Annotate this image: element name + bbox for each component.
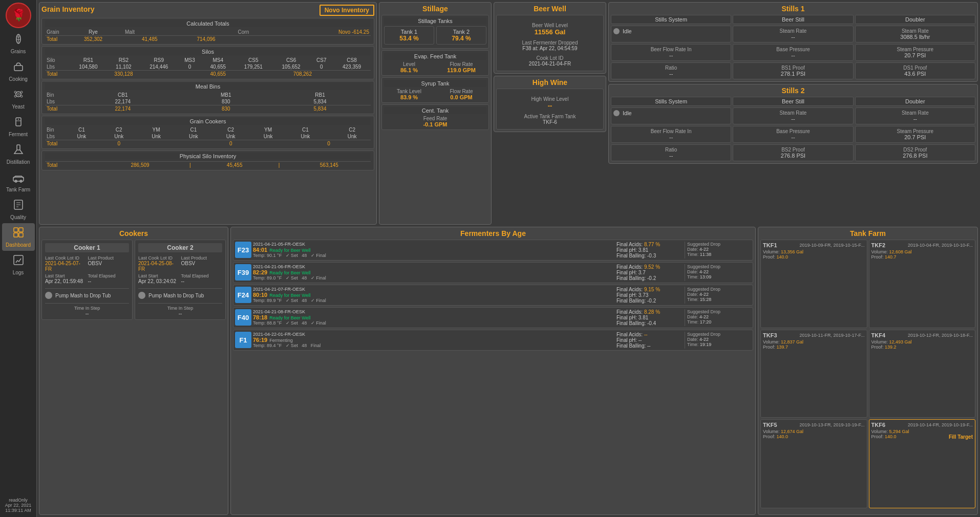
novo-inventory-button[interactable]: Novo Inventory <box>319 5 374 16</box>
c1-total-elapsed-label: Total Elapsed <box>88 273 130 278</box>
svg-text:🌹: 🌹 <box>11 8 26 22</box>
bw-cook-val: 2021-04-21-04-FR <box>501 61 599 67</box>
s2-base-press-label: Base Pressure <box>735 128 850 134</box>
c2-last-cook-val: 2021-04-25-08-FR <box>138 261 180 272</box>
f23-status: Ready for Beer Well <box>269 248 310 253</box>
tkf1-proof: Proof: 140.0 <box>763 254 865 260</box>
gc-unk7: Unk <box>287 133 324 140</box>
bins-total-3: 5,834 <box>269 105 371 113</box>
sidebar-item-dashboard[interactable]: Dashboard <box>2 223 35 251</box>
s1-steam-rate-d-cell: Steam Rate 3088.5 lb/hr <box>855 26 975 42</box>
s2-ratio-val: -- <box>613 153 729 159</box>
f1-time-label: Time: 19:19 <box>687 342 751 347</box>
f39-drop-label: Suggested Drop <box>687 264 751 269</box>
f23-acids: Final Acids: 8.77 % <box>616 242 683 247</box>
tkf2-vol: Volume: 12,608 Gal <box>871 249 973 254</box>
sidebar-item-distillation[interactable]: Distillation <box>2 140 35 168</box>
stills1-title: Stills 1 <box>611 5 975 13</box>
gc-unk4: Unk <box>175 133 212 140</box>
sidebar-item-tankfarm[interactable]: Tank Farm <box>2 168 35 196</box>
s1-steam-rate-val: -- <box>735 34 850 40</box>
hw-level-label: High Wine Level <box>501 96 599 102</box>
cs8-lbs: 423,359 <box>333 63 371 71</box>
s2-steam-rate-d-cell: Steam Rate -- <box>855 107 975 124</box>
cookers-panel: Cookers Cooker 1 Last Cook Lot ID 2021-0… <box>39 227 228 515</box>
s2-system-header: Stills System <box>611 97 731 106</box>
s1-beer-flow-val: -- <box>613 52 729 58</box>
silos-total-4: 708,262 <box>235 71 371 78</box>
cooker2-title: Cooker 2 <box>138 243 222 252</box>
f39-drop-date-label: Date: 4-22 <box>687 269 751 274</box>
bw-level-val: 11556 Gal <box>501 28 599 36</box>
cooker-row: Cooker 1 Last Cook Lot ID 2021-04-25-07-… <box>41 240 226 320</box>
stillage-tank1: Tank 1 53.4 % <box>384 26 434 45</box>
f24-age-row: 80:10 Ready for Beer Well <box>253 292 615 298</box>
silo-rs1: RS1 <box>70 57 108 63</box>
stillage-tanks-section: Stillage Tanks Tank 1 53.4 % Tank 2 79.4… <box>381 15 489 49</box>
s2-bs2-proof-label: BS2 Proof <box>735 147 850 153</box>
gc-total-2: 0 <box>175 140 286 147</box>
sidebar-item-quality[interactable]: Quality <box>2 196 35 223</box>
tankfarm-label: Tank Farm <box>6 187 30 192</box>
stillage-tank-row: Tank 1 53.4 % Tank 2 79.4 % <box>384 26 486 45</box>
f39-drop: Suggested Drop Date: 4-22 Time: 13:09 <box>685 264 751 281</box>
grains-label: Grains <box>11 49 26 54</box>
stillage-tanks-title: Stillage Tanks <box>384 17 486 25</box>
f23-ph: Final pH: 3.81 <box>616 247 683 253</box>
f39-age-row: 82:29 Ready for Beer Well <box>253 269 615 275</box>
s1-steam-rate-label: Steam Rate <box>735 28 850 34</box>
sidebar-item-cooking[interactable]: Cooking <box>2 57 35 85</box>
f1-drop: Suggested Drop Date: 4-22 Time: 19:19 <box>685 332 751 349</box>
f24-status: Ready for Beer Well <box>269 293 310 298</box>
cent-feed-val: -0.1 GPM <box>384 121 486 127</box>
tkf1-vol: Volume: 13,356 Gal <box>763 249 865 254</box>
c2-pump-dot <box>138 292 145 299</box>
f40-time-label: Time: 17:20 <box>687 319 751 325</box>
f40-badge: F40 <box>235 309 251 326</box>
svg-rect-28 <box>14 233 18 237</box>
tkf3-proof: Proof: 139.7 <box>763 344 865 350</box>
f1-main: 2021-04-22-01-FR-OESK 76:19 Fermenting T… <box>253 332 615 349</box>
s2-ds2-proof-cell: DS2 Proof 276.8 PSI <box>855 144 975 161</box>
dashboard-icon <box>12 226 25 241</box>
f40-ph: Final pH: 3.81 <box>616 315 683 320</box>
malt-val <box>176 29 236 36</box>
sidebar-item-grains[interactable]: Grains <box>2 30 35 57</box>
sidebar-item-yeast[interactable]: Yeast <box>2 85 35 113</box>
s1-ds1-proof-val: 43.6 PSI <box>858 71 973 77</box>
syrup-flow-label: Flow Rate <box>436 89 486 94</box>
tkf5-item: TKF5 2019-10-13-FR, 2019-10-19-F... Volu… <box>760 419 867 508</box>
c2-last-product-val: OBSV <box>181 261 223 266</box>
meal-bins-title: Meal Bins <box>45 83 371 90</box>
c2-last-start-val: Apr 22, 03:24:02 <box>138 278 180 284</box>
gc-yma: YM <box>138 126 175 133</box>
sidebar-item-logs[interactable]: Logs <box>2 251 35 278</box>
f24-main: 2021-04-21-07-FR-OESK 80:10 Ready for Be… <box>253 287 615 304</box>
f39-date: 2021-04-21-06-FR-OESK <box>253 264 615 269</box>
tkf1-header: TKF1 2019-10-09-FR, 2019-10-15-F... <box>763 242 865 248</box>
tank-farm-panel: Tank Farm TKF1 2019-10-09-FR, 2019-10-15… <box>758 227 978 515</box>
c1-last-product-cell: Last Product OBSV <box>88 255 130 272</box>
silo-rs9: RS9 <box>140 57 178 63</box>
sidebar-item-ferment[interactable]: Ferment <box>2 113 35 140</box>
f1-age-row: 76:19 Fermenting <box>253 337 615 343</box>
bins-total-1: 22,174 <box>63 105 183 113</box>
ms4-lbs: 40,655 <box>202 63 235 71</box>
evap-flow-val: 119.0 GPM <box>436 67 486 73</box>
rs9-lbs: 214,446 <box>140 63 178 71</box>
c2-total-elapsed-label: Total Elapsed <box>181 273 223 278</box>
rs2-lbs: 11,102 <box>107 63 140 71</box>
total-corn: 714,096 <box>176 36 236 43</box>
s1-ratio-val: -- <box>613 71 729 77</box>
evap-flow-cell: Flow Rate 119.0 GPM <box>436 61 486 73</box>
gc-total-1: 0 <box>63 140 175 147</box>
silos-total-label: Total <box>45 71 70 78</box>
svg-rect-30 <box>14 255 23 265</box>
meal-bins-table: Bin CB1 MB1 RB1 Lbs 22,174 830 5,834 <box>45 92 371 112</box>
f40-drop-date-label: Date: 4-22 <box>687 314 751 319</box>
evap-level-cell: Level 86.1 % <box>384 61 434 73</box>
rb1-lbs: 5,834 <box>269 98 371 105</box>
cb1-label: CB1 <box>63 92 183 98</box>
grain-cookers-section: Grain Cookers Bin C1 C2 YM C1 C2 YM C1 <box>41 116 374 149</box>
f1-bottom: Temp: 89.4 °F ✓ Set 48 Final <box>253 343 615 348</box>
